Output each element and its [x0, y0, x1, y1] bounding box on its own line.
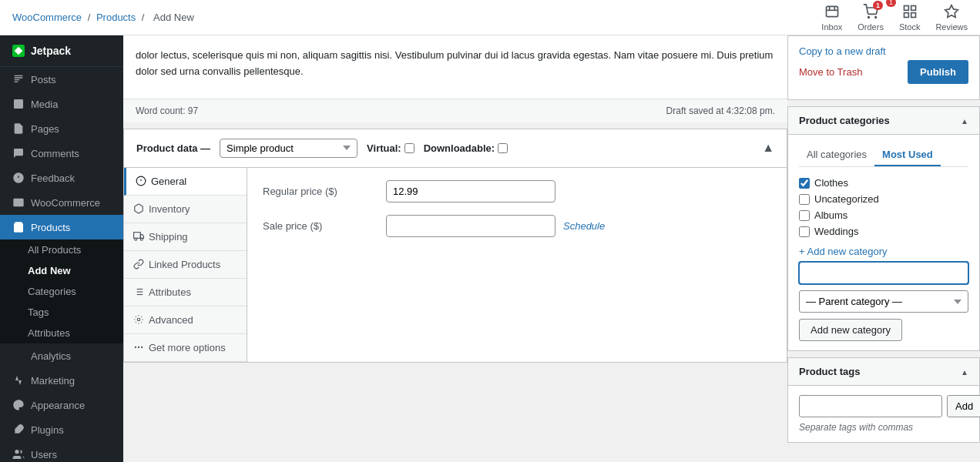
- sidebar-item-appearance[interactable]: Appearance: [0, 393, 123, 417]
- svg-rect-3: [904, 5, 908, 10]
- sidebar-item-label: Products: [31, 222, 70, 233]
- product-data-collapse-button[interactable]: ▲: [762, 141, 774, 155]
- toolbar-icons: Inbox 1 1 Orders Stock Reviews: [821, 4, 968, 32]
- cat-checkbox-clothes[interactable]: [799, 178, 810, 189]
- sidebar-item-analytics[interactable]: Analytics: [0, 343, 123, 368]
- product-type-select[interactable]: Simple product Grouped product External/…: [220, 139, 357, 158]
- reviews-label: Reviews: [935, 22, 968, 32]
- add-category-link[interactable]: + Add new category: [799, 246, 968, 257]
- svg-point-34: [142, 347, 143, 348]
- sidebar-sub-attributes[interactable]: Attributes: [0, 323, 123, 343]
- sidebar-sub-categories[interactable]: Categories: [0, 281, 123, 302]
- sidebar-item-comments[interactable]: Comments: [0, 141, 123, 166]
- sidebar-item-label: Marketing: [31, 375, 75, 387]
- sale-price-input[interactable]: [386, 215, 555, 237]
- sidebar-sub-tags[interactable]: Tags: [0, 302, 123, 323]
- editor-text: dolor lectus, scelerisque quis mi non, a…: [136, 48, 775, 80]
- sidebar-sub-all-products[interactable]: All Products: [0, 239, 123, 260]
- inbox-label: Inbox: [821, 22, 842, 32]
- sidebar-logo[interactable]: Jetpack: [0, 35, 123, 67]
- tab-linked-products[interactable]: Linked Products: [124, 251, 247, 279]
- tags-panel-header: Product tags: [788, 358, 979, 386]
- breadcrumb-woocommerce[interactable]: WooCommerce: [12, 12, 82, 23]
- categories-collapse-icon: [961, 115, 968, 126]
- sidebar-item-label: WooCommerce: [31, 197, 100, 209]
- svg-point-1: [868, 16, 870, 18]
- sidebar-item-posts[interactable]: Posts: [0, 67, 123, 92]
- sidebar-item-woocommerce[interactable]: WooCommerce: [0, 190, 123, 215]
- publish-panel-body: Copy to a new draft Move to Trash Publis…: [788, 36, 979, 99]
- content-area: dolor lectus, scelerisque quis mi non, a…: [123, 35, 980, 462]
- sidebar-item-marketing[interactable]: Marketing: [0, 368, 123, 393]
- sidebar-item-users[interactable]: Users: [0, 442, 123, 462]
- breadcrumb-current: Add New: [153, 12, 194, 23]
- stock-icon-button[interactable]: Stock: [899, 4, 921, 32]
- tab-shipping[interactable]: Shipping: [124, 223, 247, 251]
- cat-item-clothes[interactable]: Clothes: [799, 175, 968, 191]
- svg-point-32: [137, 318, 140, 321]
- product-data-body: General Inventory Shipping Linked P: [124, 168, 787, 362]
- svg-point-10: [16, 102, 18, 103]
- parent-category-select[interactable]: — Parent category —: [799, 290, 968, 313]
- svg-point-2: [875, 16, 877, 18]
- orders-icon-button[interactable]: 1 1 Orders: [858, 4, 884, 32]
- copy-draft-link[interactable]: Copy to a new draft: [799, 45, 968, 57]
- cat-search-input[interactable]: [799, 262, 968, 284]
- svg-point-24: [135, 238, 137, 240]
- sidebar-item-pages[interactable]: Pages: [0, 116, 123, 141]
- add-tag-button[interactable]: Add: [947, 395, 980, 417]
- cat-tab-most-used[interactable]: Most Used: [874, 144, 941, 166]
- svg-point-18: [15, 450, 18, 454]
- svg-point-35: [135, 347, 136, 348]
- right-sidebar: Copy to a new draft Move to Trash Publis…: [787, 35, 980, 462]
- cat-item-weddings[interactable]: Weddings: [799, 223, 968, 239]
- product-data-header: Product data — Simple product Grouped pr…: [124, 129, 787, 168]
- cat-checkbox-uncategorized[interactable]: [799, 194, 810, 205]
- breadcrumb-products[interactable]: Products: [96, 12, 136, 23]
- sidebar-sub-add-new[interactable]: Add New: [0, 260, 123, 281]
- tags-text-input[interactable]: [799, 395, 942, 417]
- cat-item-albums[interactable]: Albums: [799, 207, 968, 223]
- sidebar-item-label: Feedback: [31, 172, 75, 184]
- tab-general[interactable]: General: [124, 168, 247, 196]
- sidebar-item-label: Plugins: [31, 424, 64, 436]
- move-trash-link[interactable]: Move to Trash: [799, 66, 862, 78]
- tab-get-more-options[interactable]: Get more options: [124, 334, 247, 362]
- cat-checkbox-albums[interactable]: [799, 210, 810, 221]
- regular-price-input[interactable]: [386, 180, 555, 203]
- product-data-section: Product data — Simple product Grouped pr…: [123, 129, 787, 363]
- sidebar-item-label: Pages: [31, 123, 59, 135]
- cat-list: Clothes Uncategorized Albums Weddin: [799, 175, 968, 239]
- tags-panel: Product tags Add Separate tags with comm…: [787, 357, 980, 443]
- inbox-icon-button[interactable]: Inbox: [821, 4, 842, 32]
- categories-title: Product categories: [799, 115, 890, 126]
- virtual-check: Virtual:: [367, 142, 414, 154]
- tab-inventory[interactable]: Inventory: [124, 196, 247, 223]
- svg-rect-4: [911, 5, 915, 10]
- cat-checkbox-weddings[interactable]: [799, 226, 810, 237]
- cat-item-uncategorized[interactable]: Uncategorized: [799, 191, 968, 207]
- cat-tab-all[interactable]: All categories: [799, 144, 874, 166]
- categories-tabs: All categories Most Used: [799, 144, 968, 167]
- sidebar-item-plugins[interactable]: Plugins: [0, 417, 123, 442]
- svg-marker-7: [945, 5, 958, 17]
- tags-collapse-icon: [961, 366, 968, 377]
- svg-marker-23: [140, 235, 143, 239]
- downloadable-checkbox[interactable]: [498, 143, 508, 153]
- virtual-checkbox[interactable]: [404, 143, 414, 153]
- product-tabs: General Inventory Shipping Linked P: [124, 168, 247, 362]
- main-layout: Jetpack Posts Media Pages Comments Feedb…: [0, 35, 980, 462]
- sidebar-item-media[interactable]: Media: [0, 92, 123, 116]
- sidebar-item-products[interactable]: Products: [0, 215, 123, 239]
- schedule-link[interactable]: Schedule: [563, 220, 605, 232]
- add-category-button[interactable]: Add new category: [799, 319, 902, 341]
- sidebar-item-label: Appearance: [31, 400, 85, 411]
- publish-button[interactable]: Publish: [908, 60, 968, 84]
- tab-attributes[interactable]: Attributes: [124, 279, 247, 306]
- tab-advanced[interactable]: Advanced: [124, 306, 247, 334]
- sale-price-row: Sale price ($) Schedule: [263, 215, 771, 237]
- downloadable-check: Downloadable:: [424, 142, 508, 154]
- reviews-icon-button[interactable]: Reviews: [935, 4, 968, 32]
- categories-panel-body: All categories Most Used Clothes Uncateg…: [788, 135, 979, 350]
- sidebar-item-feedback[interactable]: Feedback: [0, 166, 123, 190]
